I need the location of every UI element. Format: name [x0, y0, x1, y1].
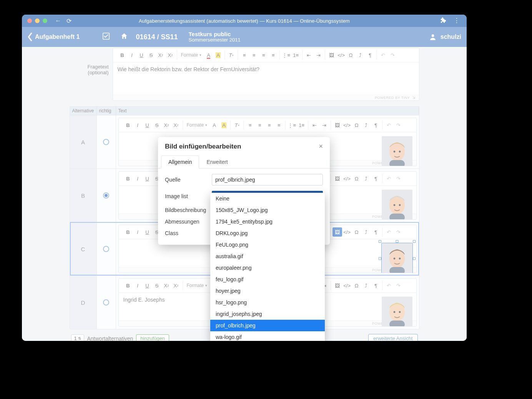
pilcrow-button[interactable]: ¶ — [371, 174, 381, 183]
subscript-button[interactable]: X2 — [162, 281, 171, 290]
imagelist-option[interactable]: feu_logo.gif — [210, 274, 325, 285]
strike-button[interactable]: S — [152, 281, 162, 290]
bullet-list-button[interactable]: ⋮≡ — [281, 50, 291, 60]
omega-button[interactable]: Ω — [352, 120, 361, 130]
add-alternative-button[interactable]: hinzufügen — [136, 334, 169, 341]
tab-general[interactable]: Allgemein — [161, 155, 199, 169]
align-right-button[interactable]: ≡ — [264, 120, 274, 130]
underline-button[interactable]: U — [137, 50, 146, 60]
omega-button[interactable]: Ω — [352, 174, 361, 183]
breadcrumb-back[interactable]: Aufgabenheft 1 — [27, 33, 80, 41]
undo-button[interactable]: ↶ — [384, 174, 394, 183]
image-button[interactable]: 🖼 — [332, 227, 342, 237]
code-button[interactable]: </> — [342, 227, 352, 237]
pilcrow-button[interactable]: ¶ — [371, 120, 381, 130]
upload-button[interactable]: ⤴ — [361, 227, 371, 237]
format-select[interactable]: Formate ▾ — [185, 283, 210, 288]
course-code[interactable]: 01614 / SS11 — [136, 33, 178, 41]
count-stepper[interactable]: 1⇅ — [71, 334, 84, 341]
question-textarea[interactable]: Wie heißt die Rektorin bzw. der Rektor d… — [113, 62, 419, 95]
alternative-image[interactable] — [382, 243, 412, 273]
alternative-image[interactable] — [382, 190, 412, 220]
pilcrow-button[interactable]: ¶ — [365, 50, 375, 60]
omega-button[interactable]: Ω — [352, 227, 361, 237]
align-justify-button[interactable]: ≡ — [268, 50, 278, 60]
code-button[interactable]: </> — [342, 120, 352, 130]
correct-radio[interactable] — [103, 299, 109, 306]
imagelist-option[interactable]: ingrid_josephs.jpeg — [210, 308, 325, 320]
extended-view-button[interactable]: erweiterte Ansicht — [368, 334, 418, 341]
subscript-button[interactable]: X2 — [162, 120, 171, 130]
code-button[interactable]: </> — [342, 281, 352, 290]
code-button[interactable]: </> — [336, 50, 346, 60]
superscript-button[interactable]: X2 — [166, 50, 175, 60]
imagelist-option[interactable]: 150x85_JW_Logo.jpg — [210, 204, 325, 216]
dialog-close-button[interactable]: × — [319, 142, 323, 150]
format-select[interactable]: Formate ▾ — [179, 52, 204, 58]
home-icon[interactable] — [120, 32, 128, 42]
strike-button[interactable]: S — [146, 50, 156, 60]
subscript-button[interactable]: X2 — [156, 50, 166, 60]
nav-back-button[interactable]: ← — [55, 17, 61, 25]
code-button[interactable]: </> — [342, 174, 352, 183]
imagelist-option[interactable]: FeULogo.png — [210, 239, 325, 250]
undo-button[interactable]: ↶ — [384, 281, 394, 290]
clear-format-button[interactable]: T× — [232, 120, 242, 130]
overflow-menu-icon[interactable]: ⋮ — [454, 17, 460, 25]
omega-button[interactable]: Ω — [346, 50, 356, 60]
imagelist-option[interactable]: 1794_ke5_entitybsp.jpg — [210, 216, 325, 227]
italic-button[interactable]: I — [133, 227, 143, 237]
underline-button[interactable]: U — [143, 174, 152, 183]
text-color-button[interactable]: A — [209, 120, 219, 130]
indent-button[interactable]: ⇥ — [314, 50, 323, 60]
imagelist-option[interactable]: Keine — [210, 193, 325, 204]
italic-button[interactable]: I — [127, 50, 137, 60]
imagelist-option[interactable]: prof_olbrich.jpeg — [210, 320, 325, 331]
redo-button[interactable]: ↷ — [394, 227, 403, 237]
imagelist-option[interactable]: DRKLogo.jpg — [210, 227, 325, 239]
window-close-button[interactable] — [27, 18, 32, 23]
undo-button[interactable]: ↶ — [384, 120, 394, 130]
bold-button[interactable]: B — [123, 120, 133, 130]
redo-button[interactable]: ↷ — [394, 281, 403, 290]
upload-button[interactable]: ⤴ — [361, 281, 371, 290]
correct-radio[interactable] — [103, 139, 109, 145]
image-button[interactable]: 🖼 — [327, 50, 336, 60]
underline-button[interactable]: U — [143, 227, 152, 237]
bullet-list-button[interactable]: ⋮≡ — [287, 120, 297, 130]
redo-button[interactable]: ↷ — [394, 174, 403, 183]
underline-button[interactable]: U — [143, 120, 152, 130]
bg-color-button[interactable]: A — [213, 50, 223, 60]
number-list-button[interactable]: 1≡ — [297, 120, 306, 130]
bg-color-button[interactable]: A — [219, 120, 229, 130]
strike-button[interactable]: S — [152, 120, 162, 130]
superscript-button[interactable]: X2 — [171, 281, 181, 290]
pilcrow-button[interactable]: ¶ — [371, 281, 381, 290]
indent-button[interactable]: ⇥ — [319, 120, 329, 130]
imagelist-option[interactable]: australia.gif — [210, 250, 325, 262]
redo-button[interactable]: ↷ — [388, 50, 397, 60]
align-right-button[interactable]: ≡ — [259, 50, 268, 60]
bold-button[interactable]: B — [123, 227, 133, 237]
clear-format-button[interactable]: T× — [226, 50, 236, 60]
upload-button[interactable]: ⤴ — [356, 50, 365, 60]
undo-button[interactable]: ↶ — [384, 227, 394, 237]
checklist-icon[interactable] — [102, 32, 110, 42]
bold-button[interactable]: B — [123, 281, 133, 290]
correct-radio[interactable] — [103, 246, 109, 252]
correct-radio[interactable] — [103, 192, 109, 199]
align-left-button[interactable]: ≡ — [245, 120, 255, 130]
image-button[interactable]: 🖼 — [332, 174, 342, 183]
imagelist-option[interactable]: europaleer.png — [210, 262, 325, 274]
italic-button[interactable]: I — [133, 281, 143, 290]
italic-button[interactable]: I — [133, 174, 143, 183]
alternative-image[interactable] — [382, 136, 412, 166]
pilcrow-button[interactable]: ¶ — [371, 227, 381, 237]
source-input[interactable] — [212, 174, 323, 185]
redo-button[interactable]: ↷ — [394, 120, 403, 130]
outdent-button[interactable]: ⇤ — [310, 120, 319, 130]
outdent-button[interactable]: ⇤ — [304, 50, 314, 60]
imagelist-option[interactable]: hsr_logo.png — [210, 297, 325, 308]
alternative-image[interactable] — [382, 297, 412, 327]
format-select[interactable]: Formate ▾ — [185, 122, 210, 128]
